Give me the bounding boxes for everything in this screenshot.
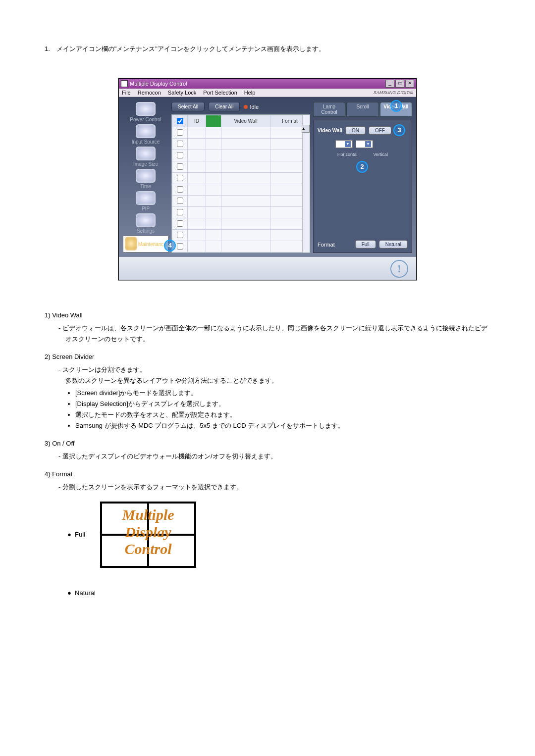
sidebar-item-power-control[interactable]: Power Control bbox=[123, 102, 168, 122]
desc-3-head: 3) On / Off bbox=[45, 438, 490, 449]
sidebar-label: Image Size bbox=[133, 161, 158, 167]
full-diagram: Multiple Display Control bbox=[100, 502, 196, 568]
panel-body: Video Wall ON OFF 3 Off ▾ Off ▾ bbox=[313, 120, 412, 253]
full-button[interactable]: Full bbox=[355, 240, 376, 249]
table-row[interactable] bbox=[172, 127, 310, 139]
off-button[interactable]: OFF bbox=[369, 126, 391, 135]
desc-2-bullet: [Display Selection]からディスプレイを選択します。 bbox=[75, 399, 490, 409]
chevron-down-icon: ▾ bbox=[365, 141, 371, 147]
sidebar-label: Power Control bbox=[130, 117, 161, 122]
tab-lamp-control[interactable]: Lamp Control bbox=[313, 102, 345, 117]
col-check-box[interactable] bbox=[177, 118, 183, 124]
table-row[interactable] bbox=[172, 173, 310, 184]
desc-2-bullets: [Screen divider]からモードを選択します。 [Display Se… bbox=[68, 388, 490, 431]
chevron-down-icon: ▾ bbox=[345, 141, 351, 147]
maintenance-icon bbox=[125, 237, 137, 251]
sidebar: Power Control Input Source Image Size Ti… bbox=[123, 102, 168, 253]
table-row[interactable] bbox=[172, 218, 310, 230]
window-titlebar: Multiple Display Control _ ▭ ✕ bbox=[119, 79, 416, 89]
desc-2-head: 2) Screen Divider bbox=[45, 352, 490, 362]
sidebar-item-input-source[interactable]: Input Source bbox=[123, 124, 168, 145]
col-id: ID bbox=[188, 115, 206, 127]
sidebar-item-settings[interactable]: Settings bbox=[123, 213, 168, 234]
scrollbar-track[interactable] bbox=[302, 115, 310, 252]
idle-dot-icon bbox=[244, 105, 248, 109]
format-label: Format bbox=[318, 242, 335, 248]
menu-safety-lock[interactable]: Safety Lock bbox=[168, 90, 196, 96]
image-size-icon bbox=[136, 147, 156, 160]
center-area: Select All Clear All Idle ▴ ID bbox=[171, 102, 310, 253]
intro-number: 1. bbox=[45, 45, 54, 52]
info-icon: ! bbox=[390, 260, 408, 278]
scrollbar-thumb[interactable]: ▴ bbox=[302, 125, 310, 133]
desc-3-text: - 選択したディスプレイのビデオウォール機能のオン/オフを切り替えます。 bbox=[58, 451, 490, 462]
settings-icon bbox=[136, 213, 156, 227]
time-icon bbox=[136, 169, 156, 183]
workspace: Power Control Input Source Image Size Ti… bbox=[119, 97, 416, 257]
minimize-button[interactable]: _ bbox=[385, 80, 394, 88]
natural-button[interactable]: Natural bbox=[379, 240, 408, 249]
table-row[interactable] bbox=[172, 139, 310, 150]
sidebar-label: Time bbox=[140, 184, 151, 189]
pip-icon bbox=[136, 191, 156, 205]
sidebar-item-image-size[interactable]: Image Size bbox=[123, 147, 168, 167]
toolbar: Select All Clear All Idle bbox=[171, 102, 310, 111]
intro-text: メインアイコン欄の"メンテナンス"アイコンをクリックしてメンテナンス画面を表示し… bbox=[56, 45, 325, 52]
vertical-label: Vertical bbox=[374, 152, 388, 157]
app-window: Multiple Display Control _ ▭ ✕ File Remo… bbox=[118, 78, 417, 280]
desc-1-head: 1) Video Wall bbox=[45, 310, 490, 321]
sidebar-item-pip[interactable]: PIP bbox=[123, 191, 168, 211]
table-row[interactable] bbox=[172, 196, 310, 207]
sidebar-label: Maintenance bbox=[138, 242, 166, 247]
app-icon bbox=[121, 80, 128, 87]
idle-label: Idle bbox=[250, 104, 259, 110]
full-bullet: ● Full bbox=[67, 529, 85, 540]
sidebar-label: Settings bbox=[137, 228, 155, 234]
close-button[interactable]: ✕ bbox=[405, 80, 414, 88]
maximize-button[interactable]: ▭ bbox=[395, 80, 404, 88]
mdc-overlay-text: Multiple Display Control bbox=[101, 506, 195, 558]
input-source-icon bbox=[136, 124, 156, 138]
col-status bbox=[206, 115, 221, 127]
sidebar-label: PIP bbox=[142, 206, 150, 211]
table-row[interactable] bbox=[172, 161, 310, 173]
menu-port-selection[interactable]: Port Selection bbox=[203, 90, 237, 96]
desc-2-bullet: Samsung が提供する MDC プログラムは、5x5 までの LCD ディス… bbox=[75, 420, 490, 431]
table-row[interactable] bbox=[172, 230, 310, 241]
desc-4-text: - 分割したスクリーンを表示するフォーマットを選択できます。 bbox=[58, 482, 490, 493]
sidebar-label: Input Source bbox=[132, 139, 160, 145]
callout-2: 2 bbox=[356, 161, 368, 173]
full-row: ● Full Multiple Display Control bbox=[67, 502, 490, 568]
callout-1: 1 bbox=[390, 100, 402, 112]
table-row[interactable] bbox=[172, 150, 310, 161]
brand-label: SAMSUNG DIGITall bbox=[374, 90, 413, 95]
menu-bar: File Remocon Safety Lock Port Selection … bbox=[119, 89, 416, 97]
on-button[interactable]: ON bbox=[345, 126, 366, 135]
desc-2-bullet: 選択したモードの数字をオスと、配置が設定されます。 bbox=[75, 409, 490, 420]
table-row[interactable] bbox=[172, 207, 310, 218]
display-grid: ▴ ID Video Wall Format bbox=[171, 114, 310, 253]
tab-scroll[interactable]: Scroll bbox=[346, 102, 378, 117]
sidebar-item-time[interactable]: Time bbox=[123, 169, 168, 189]
horizontal-select[interactable]: Off ▾ bbox=[335, 140, 353, 148]
table-row[interactable] bbox=[172, 241, 310, 252]
desc-2-text2: 多数のスクリーンを異なるレイアウトや分割方法にすることができます。 bbox=[65, 375, 490, 386]
callout-3: 3 bbox=[393, 124, 405, 136]
table-row[interactable] bbox=[172, 184, 310, 196]
menu-remocon[interactable]: Remocon bbox=[138, 90, 161, 96]
clear-all-button[interactable]: Clear All bbox=[209, 102, 240, 111]
sidebar-item-maintenance[interactable]: Maintenance bbox=[123, 236, 168, 252]
horizontal-label: Horizontal bbox=[337, 152, 358, 157]
menu-help[interactable]: Help bbox=[244, 90, 256, 96]
video-wall-label: Video Wall bbox=[318, 128, 342, 133]
window-title: Multiple Display Control bbox=[130, 81, 385, 87]
vertical-select[interactable]: Off ▾ bbox=[356, 140, 373, 148]
menu-file[interactable]: File bbox=[122, 90, 131, 96]
callout-4: 4 bbox=[164, 240, 176, 252]
idle-indicator: Idle bbox=[244, 104, 259, 110]
col-video-wall: Video Wall bbox=[221, 115, 270, 127]
col-check bbox=[172, 115, 188, 127]
power-icon bbox=[136, 102, 156, 116]
select-all-button[interactable]: Select All bbox=[171, 102, 205, 111]
desc-2-text1: スクリーンは分割できます。 bbox=[65, 364, 490, 375]
